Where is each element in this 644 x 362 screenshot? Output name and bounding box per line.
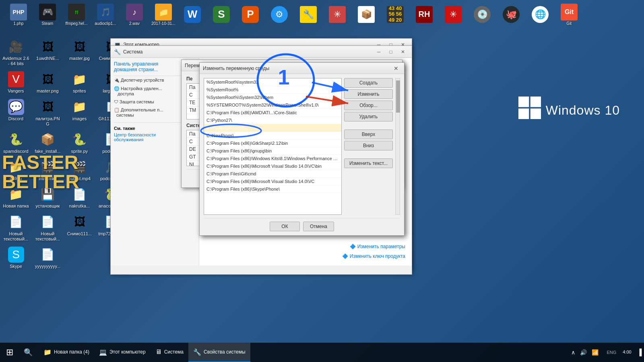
edit-var-cancel-btn[interactable]: Отмена (303, 222, 334, 231)
desktop-icon-wps-s[interactable]: S (208, 4, 235, 25)
sys-props-title-icon: 🔧 (114, 49, 121, 55)
desktop-icon-ffmpeg[interactable]: ff ffmpeg.hel... (63, 2, 90, 27)
taskbar-lang[interactable]: ENG (603, 350, 619, 355)
left-icon-discord[interactable]: 💬 Discord (1, 97, 31, 128)
taskbar-item-system[interactable]: 🖥 Система (151, 343, 188, 362)
desktop-icon-wav[interactable]: ♪ 2.wav (121, 2, 148, 27)
left-icon-label-installer: установщик (36, 204, 60, 209)
desktop-icon-audioclip[interactable]: 🎵 audioclip1... (92, 2, 119, 27)
desktop-icon-num[interactable]: 43 4056 5649 20 (382, 4, 409, 25)
sys-props-change-key[interactable]: 🔷 Изменить ключ продукта (342, 253, 405, 259)
path-item-1[interactable]: %SystemRoot% (204, 86, 341, 94)
taskbar-item-computer[interactable]: 💻 Этот компьютер (94, 343, 151, 362)
edit-var-titlebar: Изменить переменную среды ✕ (200, 63, 404, 74)
path-item-7[interactable]: C:\NewProgs\ (204, 132, 341, 140)
desktop-icon-virtualbox[interactable]: 📦 (353, 4, 380, 25)
faster-better-text: FASTERBETTER (0, 153, 93, 191)
left-icon-label-sprites: sprites (73, 88, 86, 94)
desktop-icon-wps-w[interactable]: W (179, 4, 206, 25)
taskbar-computer-icon: 💻 (99, 348, 107, 356)
tray-expand-icon[interactable]: ∧ (570, 349, 577, 356)
icon-label-date: 2017-10-31... (151, 21, 175, 26)
path-item-4[interactable]: C:\Program Files (x86)\AMD\ATI...\Core-S… (204, 109, 341, 117)
path-item-6[interactable]: C:\Python27\Scripts\ (204, 124, 341, 132)
sys-props-minimize-btn[interactable]: ─ (373, 47, 384, 56)
tray-network-icon[interactable]: 📶 (590, 349, 600, 356)
desktop-icon-tool2[interactable]: ✳ (324, 4, 351, 25)
desktop-icon-chrome[interactable]: 🌐 (526, 4, 554, 25)
left-icon-avidemux[interactable]: 🎥 Avidemux 2.6- 64 bits (1, 37, 31, 68)
left-icon-snimo2[interactable]: 🖼 Снимо111... (64, 212, 95, 243)
left-icon-label-master-png: master.png (37, 88, 58, 94)
desktop-icon-settings[interactable]: ⚙ (266, 4, 293, 25)
left-icon-label-images: images (72, 116, 87, 121)
path-up-btn[interactable]: Вверх (344, 130, 393, 139)
desktop-icon-rh[interactable]: RH (411, 4, 438, 25)
left-icon-master-jpg[interactable]: 🖼 master.jpg (64, 37, 95, 68)
path-item-8[interactable]: C:\Program Files (x86)\GtkSharp\2.12\bin (204, 140, 341, 147)
left-icon-skype[interactable]: S Skype (1, 245, 31, 271)
path-item-5[interactable]: C:\Python27\ (204, 117, 341, 124)
desktop-icon-wps-p[interactable]: P (237, 4, 264, 25)
taskbar-item-sysprops[interactable]: 🔧 Свойства системы (188, 343, 250, 362)
path-item-11[interactable]: C:\Program Files (x86)\Microsoft Visual … (204, 162, 341, 170)
left-icon-1uwdh[interactable]: 🖼 1uwdhNE... (33, 37, 63, 68)
path-item-14[interactable]: C:\Program Files (x86)\Skype\Phone\ (204, 185, 341, 193)
left-icon-label-new-txt1: Новыйтекстовый... (4, 231, 29, 242)
path-create-btn[interactable]: Создать (344, 78, 393, 88)
desktop-icon-tool1[interactable]: 🔧 (295, 4, 322, 25)
desktop-icon-disk[interactable]: 💿 (469, 4, 496, 25)
left-icon-vangers[interactable]: V Vangers (1, 70, 31, 95)
path-item-9[interactable]: C:\Program Files (x86)\gnupg\bin (204, 147, 341, 155)
path-item-10[interactable]: C:\Program Files (x86)\Windows Kits\8.1\… (204, 155, 341, 162)
edit-var-ok-btn[interactable]: ОК (270, 222, 300, 231)
path-item-3[interactable]: %SYSTEMROOT%\System32\WindowsPowerShell\… (204, 101, 341, 109)
left-icon-label-new-folder: Новая папка (3, 204, 29, 209)
taskbar-system-icon: 🖥 (155, 348, 162, 356)
path-delete-btn[interactable]: Удалить (344, 112, 393, 121)
path-down-btn[interactable]: Вниз (344, 141, 393, 150)
taskbar-item-folder[interactable]: 📁 Новая папка (4) (39, 343, 94, 362)
path-edit-btn[interactable]: Изменить (344, 89, 393, 99)
path-item-12[interactable]: C:\Program Files\Git\cmd (204, 170, 341, 178)
left-icon-label-uuu: уууууууууу... (35, 264, 60, 269)
taskbar-start-btn[interactable]: ⊞ (0, 343, 19, 362)
left-icon-label-new-txt2: Новыйтекстовый... (35, 231, 60, 242)
path-item-13[interactable]: C:\Program Files (x86)\Microsoft Visual … (204, 178, 341, 185)
taskbar-show-desktop-btn[interactable]: ▐ (635, 349, 644, 356)
sys-props-close-btn[interactable]: ✕ (397, 47, 409, 56)
taskbar-computer-label: Этот компьютер (109, 349, 146, 355)
desktop-icon-git[interactable]: Git Git (555, 2, 583, 27)
taskbar-clock[interactable]: 4:00 (619, 349, 634, 355)
svg-rect-1 (530, 97, 541, 107)
left-icon-new-txt2[interactable]: 📄 Новыйтекстовый... (33, 212, 63, 243)
edit-var-close-btn[interactable]: ✕ (391, 64, 401, 72)
desktop-icon-github[interactable]: 🐙 (497, 4, 525, 25)
sys-props-change-params[interactable]: 🔷 Изменить параметры (350, 244, 405, 249)
desktop-icon-date[interactable]: 📁 2017-10-31... (150, 2, 177, 27)
left-icon-label-discord: Discord (8, 116, 23, 121)
win10-text: Windows 10 (546, 103, 620, 118)
path-list-scrollbar[interactable] (395, 78, 400, 215)
tray-sound-icon[interactable]: 🔊 (578, 349, 588, 356)
path-item-0[interactable]: %SystemRoot%\system32 (204, 78, 341, 86)
desktop-icon-php[interactable]: PHP 1.php (5, 2, 32, 27)
left-icon-palitra[interactable]: 🖼 палитра.PNG (33, 97, 63, 128)
path-browse-btn[interactable]: Обзор... (344, 101, 393, 110)
path-list[interactable]: %SystemRoot%\system32 %SystemRoot% %Syst… (204, 78, 342, 215)
sys-props-maximize-btn[interactable]: □ (385, 47, 396, 56)
desktop-icon-skull[interactable]: ✳ (440, 4, 467, 25)
path-item-2[interactable]: %SystemRoot%\System32\Wbem (204, 94, 341, 101)
left-icon-new-txt1[interactable]: 📄 Новыйтекстовый... (1, 212, 31, 243)
sys-props-titlebar: 🔧 Система ─ □ ✕ (111, 46, 412, 58)
left-icon-master-png[interactable]: 🖼 master.png (33, 70, 63, 95)
taskbar-search-btn[interactable]: 🔍 (21, 345, 35, 360)
left-icon-sprites[interactable]: 📁 sprites (64, 70, 95, 95)
win10-logo-icon (518, 97, 541, 124)
left-icon-images[interactable]: 📁 images (64, 97, 95, 128)
left-icon-uuu[interactable]: 📄 уууууууууу... (33, 245, 63, 271)
path-edit-text-btn[interactable]: Изменить текст... (344, 158, 393, 168)
taskbar-system-label: Система (164, 349, 184, 355)
desktop-icon-steam[interactable]: 🎮 Steam (34, 2, 61, 27)
icon-label-php: 1.php (13, 21, 23, 26)
